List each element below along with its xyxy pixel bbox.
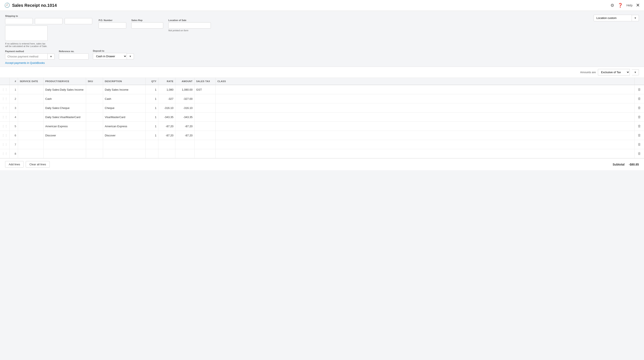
description-cell[interactable]: American Express — [103, 122, 146, 131]
service-date-cell[interactable] — [18, 131, 44, 140]
product-cell[interactable] — [44, 140, 86, 149]
qty-cell[interactable]: 1 — [146, 103, 158, 113]
drag-handle[interactable]: ⋮⋮ — [0, 94, 10, 103]
close-icon[interactable]: ✕ — [636, 3, 640, 8]
service-date-cell[interactable] — [18, 140, 44, 149]
rate-cell[interactable]: -343.35 — [158, 113, 175, 122]
description-cell[interactable]: Visa/MasterCard — [103, 113, 146, 122]
amounts-dropdown-arrow[interactable]: ▼ — [632, 69, 639, 75]
product-cell[interactable] — [44, 149, 86, 158]
accept-payments-link[interactable]: Accept payments in QuickBooks — [5, 61, 45, 65]
drag-handle[interactable]: ⋮⋮ — [0, 103, 10, 113]
qty-cell[interactable]: 1 — [146, 113, 158, 122]
drag-handle[interactable]: ⋮⋮ — [0, 149, 10, 158]
service-date-cell[interactable] — [18, 85, 44, 94]
drag-handle[interactable]: ⋮⋮ — [0, 85, 10, 94]
sales-tax-cell[interactable] — [194, 140, 216, 149]
class-cell[interactable] — [216, 103, 635, 113]
description-cell[interactable] — [103, 140, 146, 149]
shipping-input-2[interactable] — [35, 18, 62, 24]
delete-cell[interactable]: 🗑 — [635, 149, 644, 158]
rate-cell[interactable]: -327 — [158, 94, 175, 103]
qty-cell[interactable]: 1 — [146, 131, 158, 140]
sku-cell[interactable] — [86, 85, 103, 94]
delete-cell[interactable]: 🗑 — [635, 103, 644, 113]
sales-tax-cell[interactable]: GST — [194, 85, 216, 94]
sku-cell[interactable] — [86, 149, 103, 158]
payment-method-input[interactable] — [5, 53, 48, 60]
sku-cell[interactable] — [86, 131, 103, 140]
description-cell[interactable]: Daily Sales Income — [103, 85, 146, 94]
drag-handle[interactable]: ⋮⋮ — [0, 113, 10, 122]
delete-cell[interactable]: 🗑 — [635, 140, 644, 149]
help-button[interactable]: Help — [626, 4, 632, 7]
service-date-cell[interactable] — [18, 94, 44, 103]
class-cell[interactable] — [216, 113, 635, 122]
delete-row-button[interactable]: 🗑 — [636, 124, 642, 128]
class-cell[interactable] — [216, 131, 635, 140]
class-cell[interactable] — [216, 149, 635, 158]
location-dropdown-arrow[interactable]: ▼ — [632, 15, 639, 21]
delete-row-button[interactable]: 🗑 — [636, 87, 642, 92]
rate-cell[interactable]: -87.20 — [158, 131, 175, 140]
sku-cell[interactable] — [86, 94, 103, 103]
class-cell[interactable] — [216, 94, 635, 103]
description-cell[interactable] — [103, 149, 146, 158]
drag-handle[interactable]: ⋮⋮ — [0, 122, 10, 131]
shipping-input-1[interactable] — [5, 18, 33, 24]
sales-rep-input[interactable] — [131, 22, 163, 29]
delete-cell[interactable]: 🗑 — [635, 131, 644, 140]
delete-cell[interactable]: 🗑 — [635, 122, 644, 131]
qty-cell[interactable]: 1 — [146, 85, 158, 94]
sales-tax-cell[interactable] — [194, 122, 216, 131]
delete-row-button[interactable]: 🗑 — [636, 133, 642, 138]
reference-no-input[interactable] — [59, 53, 89, 60]
qty-cell[interactable] — [146, 140, 158, 149]
drag-handle[interactable]: ⋮⋮ — [0, 131, 10, 140]
product-cell[interactable]: Discover — [44, 131, 86, 140]
location-of-sale-input[interactable] — [168, 22, 211, 29]
deposit-dropdown-arrow[interactable]: ▼ — [127, 53, 134, 59]
shipping-textarea[interactable] — [5, 26, 48, 41]
payment-dropdown-arrow[interactable]: ▼ — [48, 54, 54, 60]
settings-icon[interactable]: ⚙ — [610, 3, 614, 8]
rate-cell[interactable] — [158, 149, 175, 158]
sales-tax-cell[interactable] — [194, 113, 216, 122]
service-date-cell[interactable] — [18, 122, 44, 131]
rate-cell[interactable]: -316.10 — [158, 103, 175, 113]
product-cell[interactable]: American Express — [44, 122, 86, 131]
shipping-input-3[interactable] — [64, 18, 92, 24]
delete-cell[interactable]: 🗑 — [635, 94, 644, 103]
help-icon[interactable]: ❓ — [618, 3, 623, 8]
add-lines-button[interactable]: Add lines — [5, 161, 24, 168]
drag-handle[interactable]: ⋮⋮ — [0, 140, 10, 149]
sku-cell[interactable] — [86, 113, 103, 122]
rate-cell[interactable] — [158, 140, 175, 149]
rate-cell[interactable]: 1,080 — [158, 85, 175, 94]
location-custom-select[interactable]: Location custom — [594, 15, 632, 21]
product-cell[interactable]: Daily Sales:Daily Sales Income — [44, 85, 86, 94]
qty-cell[interactable]: 1 — [146, 122, 158, 131]
clear-all-lines-button[interactable]: Clear all lines — [26, 161, 50, 168]
service-date-cell[interactable] — [18, 113, 44, 122]
po-number-input[interactable] — [98, 22, 126, 29]
sales-tax-cell[interactable] — [194, 149, 216, 158]
class-cell[interactable] — [216, 85, 635, 94]
delete-row-button[interactable]: 🗑 — [636, 115, 642, 119]
sku-cell[interactable] — [86, 122, 103, 131]
delete-cell[interactable]: 🗑 — [635, 85, 644, 94]
delete-row-button[interactable]: 🗑 — [636, 151, 642, 156]
product-cell[interactable]: Daily Sales:Visa/MasterCard — [44, 113, 86, 122]
rate-cell[interactable]: -87.20 — [158, 122, 175, 131]
delete-row-button[interactable]: 🗑 — [636, 96, 642, 101]
deposit-to-select[interactable]: Cash in Drawer — [93, 53, 127, 60]
service-date-cell[interactable] — [18, 149, 44, 158]
sku-cell[interactable] — [86, 140, 103, 149]
delete-row-button[interactable]: 🗑 — [636, 142, 642, 147]
description-cell[interactable]: Cheque — [103, 103, 146, 113]
description-cell[interactable]: Cash — [103, 94, 146, 103]
product-cell[interactable]: Cash — [44, 94, 86, 103]
class-cell[interactable] — [216, 122, 635, 131]
qty-cell[interactable] — [146, 149, 158, 158]
qty-cell[interactable]: 1 — [146, 94, 158, 103]
